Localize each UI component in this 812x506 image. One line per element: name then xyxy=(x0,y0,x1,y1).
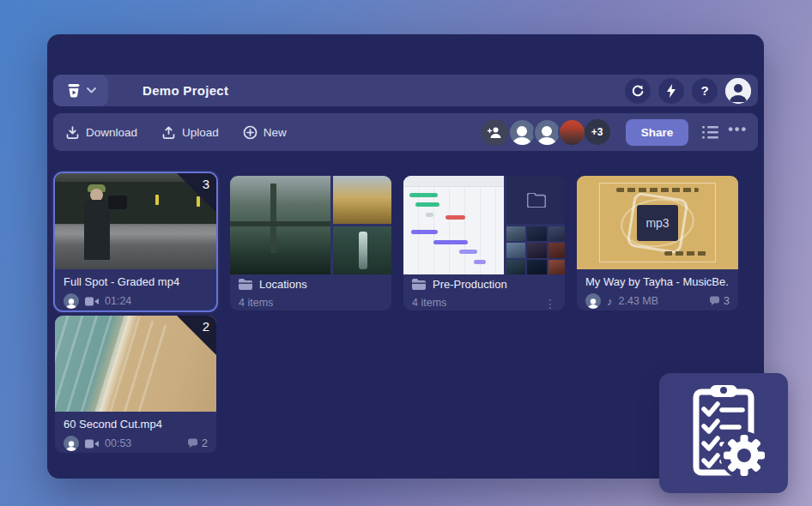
lightning-icon xyxy=(665,84,677,98)
art-fragment xyxy=(403,176,504,187)
folder-thumbnail-mosaic xyxy=(403,176,565,272)
art-fragment xyxy=(616,188,699,192)
folder-title-row: Pre-Production xyxy=(412,278,556,291)
spacer xyxy=(446,297,544,310)
art-fragment xyxy=(415,202,439,207)
video-camera-icon xyxy=(85,439,99,449)
asset-card-audio[interactable]: mp3 My Way by Tayha - MusicBe. ♪ 2.43 MB… xyxy=(577,176,738,310)
project-menu-button[interactable] xyxy=(53,75,108,106)
art-fragment xyxy=(459,250,477,254)
title-bar: Demo Project ? xyxy=(53,75,758,106)
folder-card-pre-production[interactable]: Pre-Production 4 items ⋮ xyxy=(403,176,565,310)
checklist-gear-tile xyxy=(659,373,788,493)
art-fragment xyxy=(445,215,465,220)
asset-card-video[interactable]: 2 60 Second Cut.mp4 00:53 2 xyxy=(55,316,216,453)
folder-icon xyxy=(239,279,252,290)
asset-title: My Way by Tayha - MusicBe. xyxy=(585,275,730,288)
toolbar-left: Download Upload New xyxy=(53,125,287,140)
boost-button[interactable] xyxy=(658,78,684,104)
comment-count: 3 xyxy=(724,295,730,307)
folder-title: Locations xyxy=(259,278,307,291)
refresh-icon xyxy=(631,84,645,98)
asset-meta: ♪ 2.43 MB 3 xyxy=(585,293,730,309)
art-fragment xyxy=(359,232,367,270)
art-fragment xyxy=(426,213,433,217)
card-footer: 60 Second Cut.mp4 00:53 2 xyxy=(55,412,216,451)
help-button[interactable]: ? xyxy=(692,78,718,104)
art-fragment xyxy=(506,260,525,274)
download-icon xyxy=(65,125,80,140)
plus-circle-icon xyxy=(243,125,258,140)
art-fragment xyxy=(548,260,566,274)
asset-card-video[interactable]: 3 Full Spot - Graded mp4 01:24 xyxy=(55,173,216,310)
art-fragment xyxy=(409,193,438,197)
download-button[interactable]: Download xyxy=(65,125,137,140)
folder-card-locations[interactable]: Locations 4 items xyxy=(230,176,391,310)
collaborator-avatar[interactable] xyxy=(508,118,536,147)
app-window: Demo Project ? xyxy=(47,34,764,479)
collaborator-avatar[interactable] xyxy=(533,118,561,147)
add-collaborator-button[interactable] xyxy=(482,119,508,146)
folder-items-row: 4 items ⋮ xyxy=(412,297,556,310)
art-fragment xyxy=(55,316,167,412)
audio-format-badge: mp3 xyxy=(637,205,678,241)
art-fragment xyxy=(411,230,437,234)
file-size-label: 2.43 MB xyxy=(619,295,659,307)
upload-label: Upload xyxy=(182,126,219,139)
more-options-icon[interactable]: ••• xyxy=(728,122,748,142)
art-fragment xyxy=(527,226,546,241)
folder-items-count: 4 items xyxy=(412,297,446,310)
page-title: Demo Project xyxy=(142,83,228,98)
art-fragment xyxy=(664,251,709,256)
art-fragment xyxy=(403,176,504,274)
person-icon xyxy=(725,78,751,104)
version-count: 3 xyxy=(203,177,209,191)
comments-group[interactable]: 3 xyxy=(709,295,730,307)
art-fragment xyxy=(474,260,486,264)
art-fragment xyxy=(403,176,504,274)
collaborator-avatar-photo[interactable] xyxy=(558,118,586,147)
video-thumbnail: 2 xyxy=(55,316,216,412)
comments-group[interactable]: 2 xyxy=(187,437,208,449)
version-corner-badge xyxy=(177,316,216,355)
art-fragment xyxy=(333,176,391,224)
owner-avatar xyxy=(64,293,79,309)
folder-items-count: 4 items xyxy=(239,297,383,309)
new-label: New xyxy=(264,126,287,139)
refresh-button[interactable] xyxy=(625,78,651,104)
clipboard-gear-icon xyxy=(679,383,768,483)
art-fragment xyxy=(108,196,127,209)
list-view-icon[interactable] xyxy=(702,125,719,140)
asset-meta: 00:53 2 xyxy=(64,436,208,451)
art-fragment xyxy=(333,226,391,274)
art-fragment xyxy=(548,243,566,257)
members-overflow-badge[interactable]: +3 xyxy=(585,119,610,145)
art-fragment xyxy=(548,226,566,241)
desktop-background: { "window": { "title": "Demo Project" },… xyxy=(0,0,812,506)
comment-bubble-icon xyxy=(709,296,720,306)
user-avatar[interactable] xyxy=(725,78,751,104)
audio-artwork: mp3 xyxy=(577,176,738,269)
card-footer: Pre-Production 4 items ⋮ xyxy=(403,272,565,310)
art-fragment xyxy=(433,240,468,244)
folder-title: Pre-Production xyxy=(433,278,507,291)
kebab-menu-icon[interactable]: ⋮ xyxy=(544,297,556,310)
folder-icon xyxy=(527,193,546,208)
art-fragment xyxy=(506,243,525,257)
folder-title-row: Locations xyxy=(239,278,383,291)
music-note-icon: ♪ xyxy=(607,295,613,308)
question-icon: ? xyxy=(700,83,708,98)
comment-bubble-icon xyxy=(187,438,198,449)
art-fragment xyxy=(155,195,159,205)
version-count: 2 xyxy=(203,319,209,334)
duration-label: 00:53 xyxy=(105,437,131,449)
art-fragment xyxy=(230,176,330,274)
share-button[interactable]: Share xyxy=(626,119,689,146)
owner-avatar xyxy=(585,293,601,309)
photo-grid-tile xyxy=(506,226,565,274)
asset-title: 60 Second Cut.mp4 xyxy=(64,418,208,431)
upload-button[interactable]: Upload xyxy=(161,125,219,140)
new-button[interactable]: New xyxy=(243,125,287,140)
card-footer: Full Spot - Graded mp4 01:24 xyxy=(55,269,216,309)
header-actions: ? xyxy=(625,75,751,106)
